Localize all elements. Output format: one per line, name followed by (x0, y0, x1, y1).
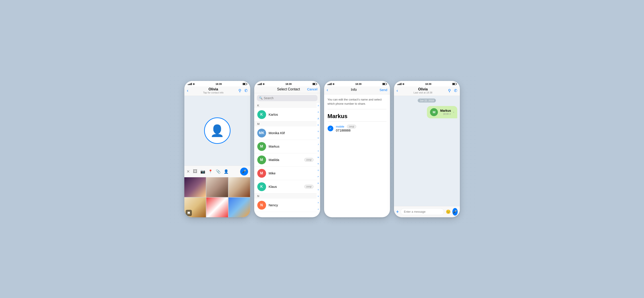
avatar-klaus: K (257, 182, 266, 191)
back-button-1[interactable]: ‹ (187, 88, 188, 93)
status-time-3: 18:39 (355, 83, 362, 85)
phone-icon-1[interactable]: ✆ (244, 88, 248, 93)
search-bar[interactable]: 🔍 (257, 95, 318, 101)
photo-grid (184, 177, 250, 217)
select-contact-screen: 🔍 K K Karlos M MK Monika Klif (254, 93, 320, 212)
avatar-markus: M (257, 142, 266, 151)
message-input[interactable] (400, 208, 444, 215)
toolbar-1: ✕ 🖼 📷 📍 📎 👤 🎤 (184, 166, 250, 177)
chat-subtitle-4: Last visit at 18:38 (414, 91, 432, 94)
photos-badge (186, 210, 192, 216)
nav-bar-4: ‹ Olivia Last visit at 18:38 ⚲ ✆ (394, 86, 460, 96)
contact-item-klaus[interactable]: K Klaus zangi (254, 180, 316, 193)
contact-circle[interactable]: 👤 (204, 117, 230, 144)
emoji-button[interactable]: 🙂 (446, 209, 451, 214)
alpha-index: Л А Д Е G Н J К М N О P R S V X # (316, 103, 320, 212)
nav-bar-3: ‹ Info Send (324, 86, 390, 94)
contact-list-main: K K Karlos M MK Monika Klif M Markus (254, 103, 316, 212)
section-header-n: N (254, 193, 316, 199)
wifi-icon-4: ⊜ (402, 83, 404, 86)
check-circle[interactable]: ✓ (328, 126, 333, 131)
signal-icon-3 (328, 83, 332, 85)
mic-button-4[interactable]: 🎤 (452, 208, 458, 215)
status-bar-2: ⊜ 18:39 (254, 81, 320, 86)
phone-icon-4[interactable]: ✆ (454, 88, 457, 93)
photo-cell-5[interactable] (206, 197, 228, 217)
cancel-button[interactable]: Cancel (307, 87, 318, 91)
camera-icon[interactable]: 📷 (200, 169, 205, 174)
back-button-3[interactable]: ‹ (327, 87, 328, 92)
bubble-contact-name: Markus (440, 109, 451, 112)
contact-item-mike[interactable]: M Mike (254, 167, 316, 180)
contact-item-nency[interactable]: N Nency (254, 199, 316, 212)
zangi-badge-klaus: zangi (304, 185, 314, 188)
search-icon-4[interactable]: ⚲ (448, 88, 451, 93)
person-icon: 👤 (210, 124, 224, 137)
phone-screen-1: ⊜ 18:39 ‹ Olivia Tap for contact info ⚲ … (184, 81, 250, 217)
status-bar-3: ⊜ 18:39 (324, 81, 390, 86)
location-icon[interactable]: 📍 (208, 169, 213, 174)
mic-button-1[interactable]: 🎤 (240, 168, 248, 175)
back-button-4[interactable]: ‹ (396, 88, 398, 93)
close-icon[interactable]: ✕ (186, 169, 190, 174)
contact-name-klaus: Klaus (269, 185, 302, 188)
nav-center-1: Olivia Tap for contact info (190, 87, 236, 94)
msg-input-bar: + 🙂 🎤 (394, 206, 460, 217)
signal-icon-4 (398, 83, 402, 85)
send-button[interactable]: Send (380, 88, 387, 92)
wifi-icon: ⊜ (193, 83, 195, 86)
wifi-icon-3: ⊜ (332, 83, 334, 86)
search-icon-2: 🔍 (259, 96, 262, 100)
date-badge: Jun 22, 2018 (394, 99, 460, 103)
contact-name-karlos: Karlos (269, 113, 314, 116)
plus-button[interactable]: + (396, 209, 399, 215)
photo-cell-6[interactable] (228, 197, 250, 217)
photo-cell-2[interactable] (206, 177, 228, 197)
select-contact-title: Select Contact (277, 87, 300, 91)
avatar-karlos: K (257, 110, 266, 119)
contact-name-matilda: Matilda (269, 158, 302, 162)
contact-name-monika: Monika Klif (269, 131, 314, 135)
chat-title-4: Olivia (418, 87, 428, 91)
photo-cell-3[interactable] (228, 177, 250, 197)
bubble-time: 18:39 ⏱ (440, 113, 451, 115)
search-icon-1[interactable]: ⚲ (238, 88, 241, 93)
status-bar-4: ⊜ 18:39 (394, 81, 460, 86)
contact-icon[interactable]: 👤 (224, 169, 228, 174)
status-bar-1: ⊜ 18:39 (184, 81, 250, 86)
info-phone-row: ✓ mobile zangi 07188888 (324, 122, 390, 135)
contact-name-markus: Markus (269, 144, 314, 148)
status-time-2: 18:39 (286, 83, 292, 85)
battery-icon-2 (312, 83, 316, 85)
clock-icon: ⏱ (449, 113, 451, 115)
message-row: M Markus 18:39 ⏱ › (394, 105, 460, 119)
phone-label: mobile (336, 125, 344, 128)
zangi-badge-info: zangi (347, 125, 356, 128)
phone-screen-2: ⊜ 18:39 Select Contact Cancel 🔍 K (254, 81, 320, 217)
contact-name-nency: Nency (269, 203, 314, 207)
message-bubble[interactable]: M Markus 18:39 ⏱ › (427, 106, 457, 118)
battery-icon-4 (452, 83, 456, 85)
contact-item-monika[interactable]: MK Monika Klif (254, 126, 316, 140)
contact-item-karlos[interactable]: K Karlos (254, 108, 316, 121)
nav-bar-2: Select Contact Cancel (254, 86, 320, 93)
contact-item-markus[interactable]: M Markus (254, 140, 316, 153)
avatar-nency: N (257, 201, 266, 210)
search-input[interactable] (264, 96, 315, 100)
battery-icon-1 (242, 83, 246, 85)
photo-cell-4[interactable] (184, 197, 206, 217)
nav-center-4: Olivia Last visit at 18:38 (400, 87, 446, 94)
status-time-1: 18:39 (216, 83, 222, 85)
avatar-monika: MK (257, 129, 266, 137)
bubble-content: Markus 18:39 ⏱ (440, 109, 451, 115)
attach-icon[interactable]: 📎 (216, 169, 220, 174)
info-contact-name: Markus (324, 109, 390, 121)
contact-item-matilda[interactable]: M Matilda zangi (254, 153, 316, 167)
nav-right-1: ⚲ ✆ (238, 88, 248, 93)
info-screen: You can edit the contact's name and sele… (324, 94, 390, 135)
contact-circle-container: 👤 (184, 96, 250, 166)
photo-cell-1[interactable] (184, 177, 206, 197)
wifi-icon-2: ⊜ (262, 83, 264, 86)
image-icon[interactable]: 🖼 (193, 169, 197, 174)
bubble-avatar: M (430, 108, 438, 116)
